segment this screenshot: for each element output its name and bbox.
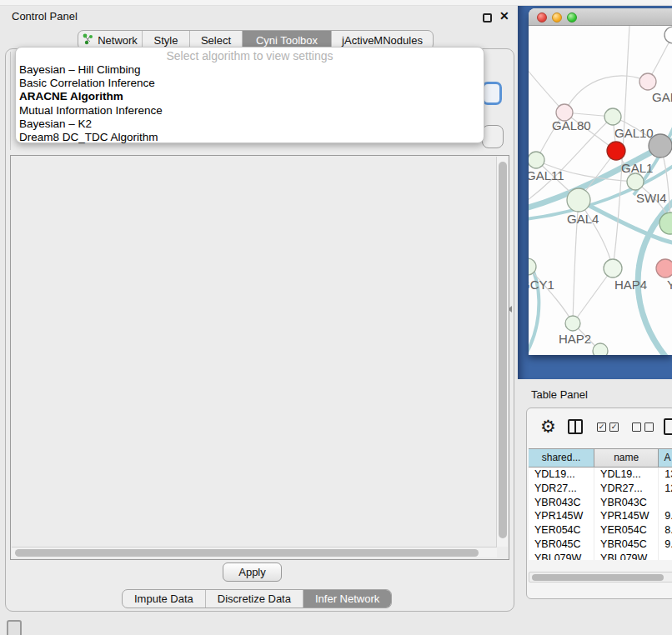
node-table[interactable]: shared...nameAYDL19...YDL19...13YDR27...…	[529, 448, 672, 560]
table-cell: YBR045C	[594, 538, 659, 552]
column-view-icon[interactable]	[568, 419, 583, 434]
table-panel-title: Table Panel	[531, 388, 588, 401]
minimized-panel-icon[interactable]	[7, 620, 22, 635]
network-node-gal4[interactable]	[567, 188, 590, 212]
table-cell: YBR043C	[529, 496, 594, 510]
close-traffic-light-icon[interactable]	[537, 12, 547, 22]
node-label: HAP4	[614, 278, 647, 292]
table-cell: YDR27...	[594, 482, 659, 496]
table-cell: 9.	[659, 538, 672, 552]
node-label: GAL11	[529, 168, 564, 182]
minimize-traffic-light-icon[interactable]	[552, 12, 562, 22]
network-node[interactable]	[664, 27, 672, 43]
table-cell: YBR043C	[594, 496, 659, 510]
table-row[interactable]: YDR27...YDR27...12	[529, 482, 672, 496]
close-icon[interactable]: ✕	[499, 9, 509, 22]
network-window-titlebar[interactable]	[529, 8, 672, 26]
network-node-gal1[interactable]	[607, 142, 625, 160]
checked-checkbox-icon[interactable]: ✓	[609, 422, 619, 432]
table-cell: YER054C	[529, 523, 594, 538]
algorithm-dropdown-list: Select algorithm to view settings Bayesi…	[15, 47, 484, 143]
algorithm-option[interactable]: ARACNE Algorithm	[16, 90, 484, 103]
node-label: GAL10	[614, 126, 654, 140]
tab-label: Select	[201, 34, 231, 47]
top-strip	[0, 0, 672, 6]
table-cell: YDR27...	[529, 482, 594, 496]
table-cell: 12	[659, 482, 672, 496]
network-icon	[83, 33, 93, 48]
network-node-gal[interactable]	[639, 73, 656, 90]
table-panel: Table Panel ⚙ ✓ ✓ shared...nameAYDL19...…	[518, 379, 672, 635]
network-node-hap2[interactable]	[565, 316, 580, 331]
table-panel-body: ⚙ ✓ ✓ shared...nameAYDL19...YDL19...13YD…	[526, 408, 672, 599]
table-cell: YER054C	[594, 523, 659, 538]
node-label: GAL	[652, 90, 672, 104]
network-node-gal10[interactable]	[604, 108, 621, 125]
tab-label: Network	[98, 34, 138, 47]
tab-label: Style	[154, 34, 178, 47]
algorithm-option[interactable]: Mutual Information Inference	[16, 104, 484, 118]
tab-label: Cyni Toolbox	[256, 34, 318, 47]
table-cell: YBR045C	[529, 538, 594, 552]
table-cell: YDL19...	[594, 468, 659, 482]
network-node-y[interactable]	[656, 259, 672, 278]
network-window: GALGAL80GAL10GAL1GAL11SWI4GAL4GCY1HAP4YH…	[529, 8, 672, 355]
column-header[interactable]: A	[659, 449, 672, 468]
network-edge[interactable]	[573, 268, 613, 323]
network-edge[interactable]	[564, 76, 648, 112]
bottom-tab-discretize-data[interactable]: Discretize Data	[206, 590, 303, 608]
gear-icon[interactable]: ⚙	[540, 417, 556, 437]
algorithm-option[interactable]: Bayesian – Hill Climbing	[16, 63, 484, 77]
table-cell: 13	[659, 468, 672, 482]
node-label: Y	[667, 278, 672, 292]
table-cell: YPR145W	[529, 509, 594, 523]
node-label: SWI4	[636, 191, 667, 205]
unchecked-checkbox-icon[interactable]	[644, 422, 654, 432]
table-cell	[659, 496, 672, 510]
unchecked-checkbox-icon[interactable]	[632, 422, 641, 432]
checked-checkbox-icon[interactable]: ✓	[597, 422, 606, 432]
zoom-traffic-light-icon[interactable]	[567, 12, 577, 22]
node-label: GAL80	[552, 118, 591, 132]
table-cell: YPR145W	[594, 509, 659, 523]
table-cell: YBL079W	[529, 552, 594, 560]
table-row[interactable]: YER054CYER054C8.	[529, 523, 672, 538]
table-cell: YDL19...	[529, 468, 594, 482]
screen: Control Panel ✕ NetworkStyleSelectCyni T…	[0, 0, 672, 635]
bottom-tab-infer-network[interactable]: Infer Network	[303, 590, 391, 608]
network-canvas[interactable]: GALGAL80GAL10GAL1GAL11SWI4GAL4GCY1HAP4YH…	[529, 26, 672, 355]
control-panel-titlebar: Control Panel ✕	[0, 6, 518, 28]
algorithm-placeholder: Select algorithm to view settings	[16, 49, 484, 63]
table-row[interactable]: YBR045CYBR045C9.	[529, 538, 672, 552]
table-row[interactable]: YPR145WYPR145W9.	[529, 509, 672, 523]
column-header[interactable]: shared...	[529, 449, 594, 468]
file-icon[interactable]	[664, 418, 672, 435]
table-toolbar: ⚙ ✓ ✓	[527, 408, 672, 448]
table-row[interactable]: YBR043CYBR043C	[529, 496, 672, 510]
algorithm-option[interactable]: Basic Correlation Inference	[16, 77, 484, 90]
settings-vscrollbar[interactable]	[496, 157, 508, 547]
network-node-hap4[interactable]	[604, 259, 622, 278]
tab-label: jActiveMNodules	[342, 34, 423, 47]
network-node[interactable]	[593, 343, 608, 355]
table-row[interactable]: YBL079WYBL079W	[529, 552, 672, 560]
network-node-gal11[interactable]	[529, 152, 544, 168]
settings-hscrollbar[interactable]	[12, 547, 497, 558]
column-header[interactable]: name	[594, 449, 659, 468]
cyni-settings-pane	[10, 155, 509, 560]
float-window-icon[interactable]	[483, 13, 492, 22]
apply-button[interactable]: Apply	[223, 562, 282, 582]
algorithm-option[interactable]: Dream8 DC_TDC Algorithm	[16, 131, 484, 144]
table-cell: 9.	[659, 509, 672, 523]
table-cell: YBL079W	[594, 552, 659, 560]
network-node-swi4[interactable]	[627, 173, 644, 190]
table-cell: 8.	[659, 523, 672, 538]
table-hscrollbar[interactable]	[529, 572, 672, 582]
bottom-tab-impute-data[interactable]: Impute Data	[123, 590, 206, 608]
obscured-button-fragment	[482, 125, 504, 148]
node-label: GAL1	[621, 161, 653, 175]
network-edge[interactable]	[529, 58, 564, 112]
network-edge[interactable]	[529, 267, 573, 323]
algorithm-option[interactable]: Bayesian – K2	[16, 118, 484, 131]
table-row[interactable]: YDL19...YDL19...13	[529, 468, 672, 482]
